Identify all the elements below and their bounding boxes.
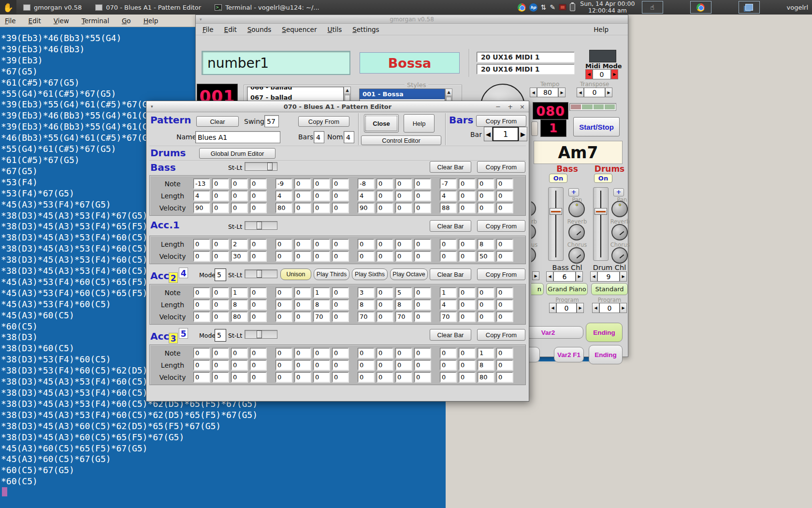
spin-right-icon[interactable]: ▶ bbox=[620, 271, 627, 282]
plus-button[interactable]: + bbox=[568, 188, 579, 196]
step-cell[interactable]: 0 bbox=[313, 179, 330, 189]
stlt-slider[interactable] bbox=[245, 221, 277, 230]
updown-arrows-icon[interactable]: ⇅ bbox=[541, 3, 547, 11]
slider-handle[interactable] bbox=[257, 270, 262, 278]
swing-field[interactable]: 57 bbox=[264, 115, 279, 127]
bars-copy-from-button[interactable]: Copy From bbox=[476, 115, 526, 127]
control-editor-button[interactable]: Control Editor bbox=[361, 135, 441, 145]
step-cell[interactable]: 0 bbox=[294, 287, 311, 298]
step-cell[interactable]: 0 bbox=[313, 360, 330, 370]
step-cell[interactable]: 0 bbox=[395, 239, 412, 249]
step-cell[interactable]: 0 bbox=[250, 239, 266, 249]
help-button[interactable]: Help bbox=[404, 114, 435, 133]
step-cell[interactable]: 0 bbox=[459, 312, 475, 322]
menu-utils[interactable]: Utils bbox=[327, 26, 342, 33]
step-cell[interactable]: 4 bbox=[276, 191, 292, 201]
step-cell[interactable]: 0 bbox=[459, 239, 475, 249]
step-cell[interactable]: 0 bbox=[440, 372, 456, 382]
step-cell[interactable]: 2 bbox=[231, 239, 247, 249]
step-cell[interactable]: 0 bbox=[231, 191, 247, 201]
step-cell[interactable]: 0 bbox=[414, 312, 431, 322]
program-button-fragment[interactable]: n bbox=[531, 283, 544, 295]
step-cell[interactable]: 0 bbox=[294, 179, 311, 189]
step-cell[interactable]: 80 bbox=[276, 203, 292, 213]
step-cell[interactable]: 0 bbox=[250, 191, 266, 201]
bass-on-button[interactable]: On bbox=[549, 174, 567, 183]
step-cell[interactable]: 0 bbox=[478, 191, 494, 201]
pattern-name-input[interactable]: Blues A1 bbox=[195, 131, 280, 143]
reverb-knob[interactable] bbox=[531, 224, 536, 239]
step-cell[interactable]: 0 bbox=[332, 287, 348, 298]
taskbar-window-pattern-editor[interactable]: 070 - Blues A1 - Pattern Editor bbox=[88, 0, 208, 15]
minimize-icon[interactable]: − bbox=[495, 103, 501, 110]
step-cell[interactable]: 0 bbox=[313, 372, 330, 382]
step-cell[interactable]: 0 bbox=[496, 203, 513, 213]
step-cell[interactable]: 0 bbox=[250, 348, 266, 358]
scroll-up-icon[interactable]: ▲ bbox=[344, 87, 350, 94]
step-cell[interactable]: 0 bbox=[332, 179, 348, 189]
step-cell[interactable]: 0 bbox=[377, 287, 393, 298]
spin-right-icon[interactable]: ▶ bbox=[577, 303, 584, 313]
tempo-value[interactable]: 80 bbox=[537, 88, 558, 97]
global-drum-editor-button[interactable]: Global Drum Editor bbox=[199, 148, 276, 159]
step-cell[interactable]: 70 bbox=[395, 312, 412, 322]
step-cell[interactable]: 0 bbox=[294, 372, 311, 382]
var2-f1-button[interactable]: Var2 F1 bbox=[554, 347, 584, 362]
step-cell[interactable]: 8 bbox=[231, 299, 247, 310]
step-cell[interactable]: 0 bbox=[276, 372, 292, 382]
stlt-slider[interactable] bbox=[245, 269, 277, 278]
step-cell[interactable]: 1 bbox=[440, 287, 456, 298]
step-cell[interactable]: 0 bbox=[212, 360, 229, 370]
bass-volume-slider[interactable] bbox=[548, 187, 564, 261]
nom-field[interactable]: 4 bbox=[344, 131, 354, 143]
clear-button[interactable]: Clear bbox=[196, 116, 239, 127]
step-cell[interactable]: 0 bbox=[193, 251, 210, 261]
step-cell[interactable]: 0 bbox=[478, 179, 494, 189]
step-cell[interactable]: -7 bbox=[440, 179, 456, 189]
menu-file[interactable]: File bbox=[5, 17, 16, 25]
step-cell[interactable]: 0 bbox=[294, 312, 311, 322]
menu-edit[interactable]: Edit bbox=[224, 26, 237, 33]
pattern-editor-titlebar[interactable]: ▾ 070 - Blues A1 - Pattern Editor − + × bbox=[146, 101, 529, 112]
step-cell[interactable]: 0 bbox=[313, 348, 330, 358]
close-button[interactable]: Close bbox=[364, 114, 399, 133]
step-cell[interactable]: 0 bbox=[414, 299, 431, 310]
step-cell[interactable]: 0 bbox=[377, 203, 393, 213]
chorus-knob[interactable] bbox=[568, 247, 585, 264]
style-list-item[interactable]: 066 - ballad bbox=[247, 87, 343, 92]
step-cell[interactable]: 0 bbox=[377, 348, 393, 358]
bar-value[interactable]: 1 bbox=[493, 127, 519, 141]
step-cell[interactable]: 0 bbox=[276, 287, 292, 298]
bass-program-button[interactable]: Grand Piano bbox=[546, 283, 588, 295]
step-cell[interactable]: 0 bbox=[250, 251, 266, 261]
step-cell[interactable]: 0 bbox=[231, 372, 247, 382]
pan-knob[interactable] bbox=[568, 201, 585, 217]
step-cell[interactable]: -9 bbox=[276, 179, 292, 189]
spin-right-icon[interactable]: ▶ bbox=[532, 271, 539, 280]
step-cell[interactable]: 0 bbox=[496, 179, 513, 189]
step-cell[interactable]: 0 bbox=[212, 191, 229, 201]
style-list-item[interactable]: 001 - Bossa bbox=[360, 89, 445, 99]
step-cell[interactable]: 0 bbox=[459, 191, 475, 201]
step-cell[interactable]: 0 bbox=[313, 203, 330, 213]
step-cell[interactable]: 0 bbox=[395, 191, 412, 201]
menu-edit[interactable]: Edit bbox=[29, 17, 41, 25]
step-cell[interactable]: 8 bbox=[313, 299, 330, 310]
step-cell[interactable]: 0 bbox=[332, 372, 348, 382]
step-cell[interactable]: 0 bbox=[212, 372, 229, 382]
maximize-icon[interactable]: + bbox=[508, 103, 513, 110]
step-cell[interactable]: 90 bbox=[193, 203, 210, 213]
step-cell[interactable]: 0 bbox=[377, 179, 393, 189]
step-cell[interactable]: 0 bbox=[395, 360, 412, 370]
step-cell[interactable]: 0 bbox=[231, 179, 247, 189]
menu-file[interactable]: File bbox=[203, 26, 214, 33]
step-cell[interactable]: 0 bbox=[212, 287, 229, 298]
step-cell[interactable]: 0 bbox=[294, 251, 311, 261]
pattern-name-field[interactable]: number1 bbox=[202, 51, 350, 75]
step-cell[interactable]: 0 bbox=[414, 348, 431, 358]
step-cell[interactable]: 0 bbox=[276, 239, 292, 249]
midi-in-field[interactable]: 20 UX16 MIDI 1 bbox=[477, 52, 575, 62]
step-cell[interactable]: 0 bbox=[212, 251, 229, 261]
reverb-knob[interactable] bbox=[611, 224, 628, 240]
step-cell[interactable]: 0 bbox=[332, 312, 348, 322]
